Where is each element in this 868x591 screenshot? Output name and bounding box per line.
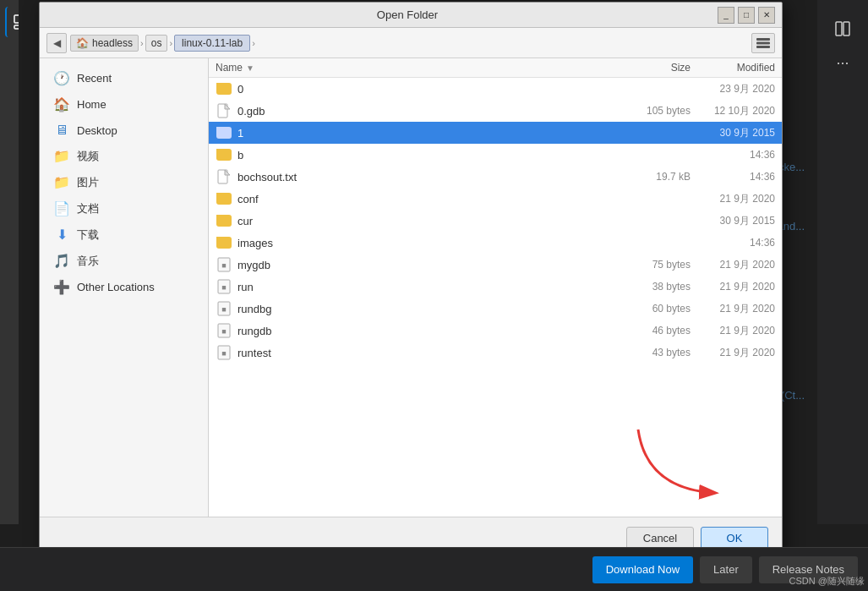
file-size: 43 bytes xyxy=(623,347,691,358)
file-name: 0 xyxy=(237,83,623,96)
file-modified: 14:36 xyxy=(691,237,775,249)
column-name[interactable]: Name ▼ xyxy=(216,62,623,74)
file-name: conf xyxy=(237,193,623,205)
exec-icon: ■ xyxy=(216,344,232,361)
breadcrumb-sep-1: › xyxy=(140,38,144,48)
sidebar-item-desktop[interactable]: 🖥 Desktop xyxy=(40,118,208,143)
split-editor-icon[interactable] xyxy=(827,14,858,44)
file-name: b xyxy=(237,149,623,161)
file-icon xyxy=(216,168,232,185)
file-name: rungdb xyxy=(237,325,623,337)
breadcrumb-home[interactable]: 🏠 headless xyxy=(70,35,139,52)
file-modified: 30 9月 2015 xyxy=(691,214,775,228)
exec-icon: ■ xyxy=(216,322,232,339)
file-size: 75 bytes xyxy=(623,259,691,271)
file-modified: 21 9月 2020 xyxy=(691,258,775,272)
table-row[interactable]: ■ rungdb 46 bytes 21 9月 2020 xyxy=(209,320,782,342)
exec-icon: ■ xyxy=(216,278,232,295)
sidebar-label-home: Home xyxy=(77,98,106,111)
file-modified: 21 9月 2020 xyxy=(691,346,775,360)
dialog-content: 🕐 Recent 🏠 Home 🖥 Desktop 📁 视频 📁 图片 📄 xyxy=(40,58,782,517)
image-icon: 📁 xyxy=(53,174,70,190)
download-now-button[interactable]: Download Now xyxy=(592,556,693,583)
svg-rect-6 xyxy=(756,38,770,41)
table-row[interactable]: ■ runtest 43 bytes 21 9月 2020 xyxy=(209,342,782,364)
table-row[interactable]: images 14:36 xyxy=(209,232,782,254)
folder-icon xyxy=(216,146,232,163)
home-breadcrumb-label: headless xyxy=(92,37,133,49)
sidebar-item-home[interactable]: 🏠 Home xyxy=(40,91,208,118)
other-locations-icon: ➕ xyxy=(53,279,70,295)
breadcrumb-os[interactable]: os xyxy=(145,35,168,52)
file-name: images xyxy=(237,237,623,249)
folder-icon xyxy=(216,212,232,229)
svg-rect-8 xyxy=(756,46,770,48)
titlebar-controls: _ □ ✕ xyxy=(718,7,775,24)
video-icon: 📁 xyxy=(53,148,70,164)
sidebar-item-other-locations[interactable]: ➕ Other Locations xyxy=(40,274,208,300)
column-modified: Modified xyxy=(691,62,775,74)
sidebar-item-music[interactable]: 🎵 音乐 xyxy=(40,248,208,274)
file-name: 0.gdb xyxy=(237,105,623,118)
close-button[interactable]: ✕ xyxy=(758,7,775,24)
folder-icon xyxy=(216,124,232,141)
dialog-toolbar: ◀ 🏠 headless › os › linux-0.11-lab › xyxy=(40,28,782,58)
recent-icon: 🕐 xyxy=(53,70,70,86)
editor-text-3: (Ct... xyxy=(781,389,805,402)
table-row[interactable]: b 14:36 xyxy=(209,144,782,166)
table-row[interactable]: bochsout.txt 19.7 kB 14:36 xyxy=(209,166,782,188)
folder-icon xyxy=(216,234,232,251)
file-name: cur xyxy=(237,215,623,227)
table-row[interactable]: ■ run 38 bytes 21 9月 2020 xyxy=(209,276,782,298)
file-size: 19.7 kB xyxy=(623,171,691,183)
breadcrumb-linux-lab[interactable]: linux-0.11-lab xyxy=(174,35,250,52)
breadcrumb-sep-2: › xyxy=(169,38,172,48)
sidebar-item-image[interactable]: 📁 图片 xyxy=(40,169,208,195)
maximize-button[interactable]: □ xyxy=(738,7,755,24)
file-size: 38 bytes xyxy=(623,281,691,293)
table-row[interactable]: cur 30 9月 2015 xyxy=(209,210,782,232)
file-name: run xyxy=(237,281,623,293)
file-modified: 21 9月 2020 xyxy=(691,302,775,316)
home-icon: 🏠 xyxy=(53,96,70,112)
sidebar-label-desktop: Desktop xyxy=(77,124,117,137)
svg-rect-7 xyxy=(756,41,770,44)
sidebar-label-music: 音乐 xyxy=(77,254,99,269)
file-list: Name ▼ Size Modified 0 23 9月 2020 xyxy=(209,58,782,517)
file-modified: 21 9月 2020 xyxy=(691,280,775,294)
exec-icon: ■ xyxy=(216,300,232,317)
folder-icon xyxy=(216,190,232,207)
home-breadcrumb-icon: 🏠 xyxy=(76,37,89,49)
svg-rect-5 xyxy=(843,22,849,36)
music-icon: 🎵 xyxy=(53,253,70,269)
table-row[interactable]: ■ mygdb 75 bytes 21 9月 2020 xyxy=(209,254,782,276)
table-row[interactable]: 0.gdb 105 bytes 12 10月 2020 xyxy=(209,100,782,122)
more-actions-icon[interactable]: ··· xyxy=(827,47,858,78)
table-row[interactable]: ■ rundbg 60 bytes 21 9月 2020 xyxy=(209,298,782,320)
sidebar-label-other: Other Locations xyxy=(77,281,155,293)
svg-text:■: ■ xyxy=(221,327,226,336)
sidebar-item-doc[interactable]: 📄 文档 xyxy=(40,195,208,222)
desktop-icon: 🖥 xyxy=(53,123,70,138)
sidebar-item-download[interactable]: ⬇ 下载 xyxy=(40,222,208,248)
sidebar-item-recent[interactable]: 🕐 Recent xyxy=(40,65,208,91)
right-panel: ··· xyxy=(817,0,868,524)
file-size: 105 bytes xyxy=(623,105,691,117)
file-modified: 14:36 xyxy=(691,149,775,161)
file-name: rundbg xyxy=(237,303,623,315)
sidebar-label-video: 视频 xyxy=(77,149,99,164)
later-button[interactable]: Later xyxy=(700,556,752,583)
sidebar-item-video[interactable]: 📁 视频 xyxy=(40,143,208,169)
back-button[interactable]: ◀ xyxy=(46,33,67,53)
file-modified: 23 9月 2020 xyxy=(691,82,775,96)
table-row[interactable]: 0 23 9月 2020 xyxy=(209,78,782,100)
minimize-button[interactable]: _ xyxy=(718,7,734,24)
exec-icon: ■ xyxy=(216,256,232,273)
filelist-header: Name ▼ Size Modified xyxy=(209,58,782,78)
file-modified: 12 10月 2020 xyxy=(691,104,775,118)
table-row[interactable]: conf 21 9月 2020 xyxy=(209,188,782,210)
sidebar-label-doc: 文档 xyxy=(77,201,99,216)
file-size: 60 bytes xyxy=(623,303,691,315)
table-row[interactable]: 1 30 9月 2015 xyxy=(209,122,782,144)
view-button[interactable] xyxy=(751,33,775,53)
